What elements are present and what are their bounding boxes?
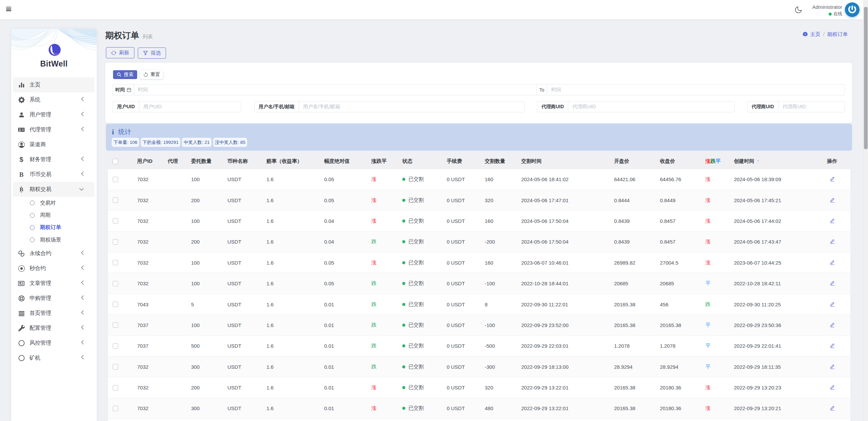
svg-text:B: B bbox=[19, 186, 23, 193]
